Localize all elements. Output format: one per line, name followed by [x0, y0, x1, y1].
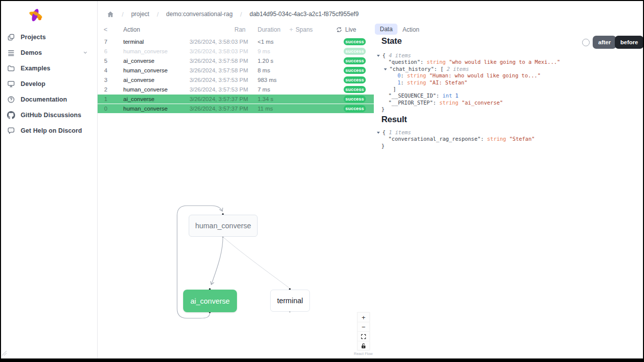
- reactflow-controls: + −: [357, 312, 370, 350]
- row-index: 5: [104, 58, 107, 64]
- sidebar-nav: ProjectsDemosExamplesDevelopDocumentatio…: [1, 29, 97, 138]
- screen: ProjectsDemosExamplesDevelopDocumentatio…: [0, 0, 644, 362]
- projects-icon: [7, 33, 15, 41]
- sidebar-item-projects[interactable]: Projects: [1, 29, 97, 45]
- json-token: "__SEQUENCE_ID": [388, 93, 436, 99]
- sidebar-item-github-discussions[interactable]: GitHub Discussions: [1, 107, 97, 123]
- json-token: "ai_converse": [458, 100, 503, 106]
- breadcrumb-run-id[interactable]: dab14d95-034c-4ac3-a2c1-f875cf955ef9: [250, 11, 359, 18]
- trace-row-2[interactable]: 2human_converse3/26/2024, 3:57:53 PM7 ms…: [98, 85, 374, 95]
- sidebar-item-develop[interactable]: Develop: [1, 76, 97, 92]
- trace-row-7[interactable]: 7terminal3/26/2024, 3:58:03 PM<1 mssucce…: [98, 37, 374, 47]
- row-duration: 9 ms: [258, 48, 270, 54]
- json-line: 0: string "Human: who would like going t…: [377, 72, 560, 79]
- json-token: "question": [388, 59, 420, 65]
- status-badge: success: [344, 96, 366, 103]
- state-json-viewer: { 4 items"question": string "who would l…: [377, 52, 560, 113]
- json-token: :: [480, 136, 487, 142]
- burr-logo[interactable]: [25, 5, 46, 26]
- json-token: }: [381, 143, 384, 149]
- fit-view-button[interactable]: [357, 331, 370, 341]
- monitor-icon: [7, 79, 15, 88]
- collapse-triangle-icon[interactable]: [377, 132, 380, 134]
- chevron-down-icon[interactable]: [83, 50, 88, 55]
- row-ran-timestamp: 3/26/2024, 3:57:53 PM: [173, 86, 248, 93]
- sidebar-item-get-help-on-discord[interactable]: Get Help on Discord: [1, 123, 97, 138]
- breadcrumb-separator: /: [240, 11, 242, 18]
- row-action-name: human_converse: [123, 106, 168, 112]
- column-header-action: Action: [123, 26, 140, 33]
- sidebar-item-label: Examples: [21, 65, 50, 72]
- json-token: :: [433, 100, 440, 106]
- collapse-chevron-icon[interactable]: <: [104, 26, 108, 33]
- trace-row-0[interactable]: 0human_converse3/26/2024, 3:57:37 PM11 m…: [98, 104, 374, 114]
- json-line: 1: string "AI: Stefan": [377, 79, 560, 86]
- sidebar: ProjectsDemosExamplesDevelopDocumentatio…: [1, 1, 98, 358]
- trace-row-4[interactable]: 4human_converse3/26/2024, 3:57:58 PM8 ms…: [98, 66, 374, 75]
- row-ran-timestamp: 3/26/2024, 3:57:37 PM: [173, 106, 248, 112]
- trace-row-3[interactable]: 3ai_converse3/26/2024, 3:57:53 PM983 mss…: [98, 75, 374, 85]
- json-line: "chat_history": [ 2 items: [377, 66, 560, 72]
- graph-node-terminal[interactable]: terminal: [270, 290, 310, 312]
- json-token: string: [407, 72, 426, 78]
- json-token: "__PRIOR_STEP": [388, 100, 433, 106]
- after-button[interactable]: after: [593, 36, 616, 49]
- sidebar-item-demos[interactable]: Demos: [1, 45, 97, 60]
- tab-data[interactable]: Data: [375, 24, 397, 35]
- home-icon[interactable]: [107, 11, 114, 18]
- json-line: "__SEQUENCE_ID": int 1: [377, 93, 560, 99]
- sidebar-item-documentation[interactable]: Documentation: [1, 92, 97, 107]
- status-badge: success: [344, 48, 366, 55]
- lock-icon: [361, 343, 366, 349]
- status-badge: success: [344, 67, 366, 74]
- before-button[interactable]: before: [615, 36, 643, 49]
- lock-button[interactable]: [357, 341, 370, 350]
- json-token: 2 items: [447, 66, 469, 72]
- row-ran-timestamp: 3/26/2024, 3:57:37 PM: [173, 96, 248, 102]
- json-token: string: [407, 79, 426, 85]
- main-content: / project / demo:conversational-rag / da…: [98, 1, 643, 358]
- reactflow-attribution: React Flow: [347, 351, 380, 356]
- trace-row-1[interactable]: 1ai_converse3/26/2024, 3:57:37 PM1.34 ss…: [98, 95, 374, 104]
- collapse-triangle-icon[interactable]: [377, 55, 380, 57]
- json-line: "conversational_rag_response": string "S…: [377, 136, 535, 142]
- graph-node-human_converse[interactable]: human_converse: [189, 215, 258, 237]
- trace-row-6[interactable]: 6human_converse3/26/2024, 3:58:03 PM9 ms…: [98, 47, 374, 56]
- row-index: 4: [104, 67, 107, 73]
- status-badge: success: [344, 57, 366, 64]
- sidebar-item-examples[interactable]: Examples: [1, 60, 97, 76]
- trace-row-5[interactable]: 5ai_converse3/26/2024, 3:57:58 PM1.20 ss…: [98, 56, 374, 66]
- spans-toggle[interactable]: + Spans: [289, 26, 313, 33]
- breadcrumb-demo[interactable]: demo:conversational-rag: [166, 11, 232, 18]
- graph-node-ai_converse[interactable]: ai_converse: [183, 290, 237, 312]
- sidebar-item-label: Documentation: [21, 96, 67, 103]
- row-action-name: human_converse: [123, 86, 168, 93]
- row-action-name: ai_converse: [123, 77, 154, 83]
- row-index: 2: [104, 86, 107, 93]
- live-label: Live: [345, 26, 356, 33]
- state-toggle-radio[interactable]: [582, 39, 590, 46]
- json-token: "AI: Stefan": [426, 79, 467, 85]
- breadcrumb-separator: /: [157, 11, 159, 18]
- status-badge: success: [344, 86, 366, 93]
- json-token: {: [382, 52, 389, 58]
- status-badge: success: [344, 105, 366, 112]
- live-toggle[interactable]: Live: [336, 26, 356, 33]
- row-duration: <1 ms: [258, 39, 274, 45]
- row-duration: 1.20 s: [258, 58, 273, 64]
- zoom-in-button[interactable]: +: [357, 312, 370, 322]
- resize-handle-icon: [2, 349, 7, 358]
- breadcrumb-project[interactable]: project: [131, 11, 149, 18]
- folder-icon: [7, 64, 15, 72]
- github-icon: [7, 111, 15, 119]
- row-duration: 983 ms: [258, 77, 277, 83]
- json-line: { 1 items: [377, 129, 535, 136]
- zoom-out-button[interactable]: −: [357, 322, 370, 331]
- json-token: string: [487, 136, 506, 142]
- tab-action[interactable]: Action: [403, 26, 419, 33]
- collapse-triangle-icon[interactable]: [384, 68, 387, 70]
- row-index: 1: [104, 96, 107, 102]
- row-ran-timestamp: 3/26/2024, 3:58:03 PM: [173, 48, 248, 54]
- status-badge: success: [344, 76, 366, 83]
- result-json-viewer: { 1 items"conversational_rag_response": …: [377, 129, 535, 149]
